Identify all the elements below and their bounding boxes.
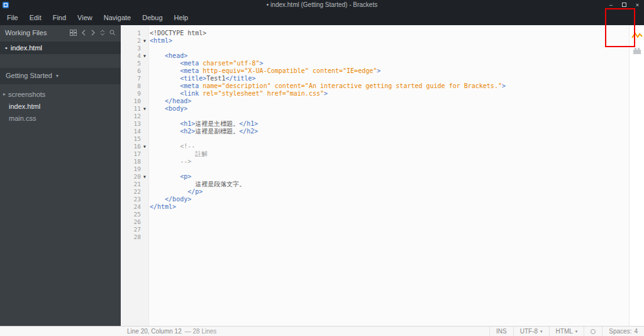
back-arrow-icon[interactable] [81,30,86,36]
line-number: 22 [121,188,141,196]
code-line[interactable]: 9 <link rel="stylesheet" href="main.css"… [121,90,629,98]
indent-settings[interactable]: Spaces: 4 [602,327,644,336]
code-line[interactable]: 23 </body> [121,196,629,203]
menu-edit[interactable]: Edit [24,9,47,25]
encoding-selector[interactable]: UTF-8 ▾ [513,327,549,336]
code-line[interactable]: 6 <meta http-equiv="X-UA-Compatible" con… [121,67,629,75]
code-line[interactable]: 27 [121,226,629,233]
fold-gutter [141,60,148,67]
code-token: <meta [150,67,199,74]
code-token: <html> [150,37,172,44]
line-number: 17 [121,150,141,158]
live-preview-button[interactable] [631,31,643,40]
window-title: • index.html (Getting Started) - Bracket… [0,0,644,9]
extension-manager-button[interactable] [633,47,641,55]
line-number: 25 [121,211,141,218]
code-line[interactable]: 21 這裡是段落文字。 [121,181,629,188]
code-line[interactable]: 13 <h1>這裡是主標題。</h1> [121,120,629,128]
code-token: 這裡是副標題。 [195,128,239,135]
code-line[interactable]: 28 [121,233,629,241]
code-line[interactable]: 24</html> [121,203,629,211]
code-line[interactable]: 15 [121,135,629,143]
code-line[interactable]: 11▼ <body> [121,105,629,113]
code-line[interactable]: 8 <meta name="description" content="An i… [121,82,629,90]
code-line[interactable]: 26 [121,218,629,226]
code-line[interactable]: 17 註解 [121,150,629,158]
line-number: 21 [121,181,141,188]
sidebar-spacer [0,54,121,68]
spaces-value[interactable]: 4 [634,328,638,335]
line-number: 2 [121,37,141,45]
fold-gutter [141,135,148,143]
line-number: 4 [121,52,141,60]
code-line[interactable]: 12 [121,113,629,120]
fold-arrow-icon[interactable]: ▼ [141,173,148,181]
fold-arrow-icon[interactable]: ▼ [141,37,148,45]
sort-icon[interactable] [100,30,105,36]
insert-mode-toggle[interactable]: INS [489,327,513,336]
code-line[interactable]: 10 </head> [121,98,629,105]
code-token: <body> [150,105,187,112]
language-selector[interactable]: HTML ▾ [549,327,584,336]
line-number: 5 [121,60,141,67]
forward-arrow-icon[interactable] [91,30,96,36]
menu-debug[interactable]: Debug [136,9,168,25]
menu-file[interactable]: File [1,9,24,25]
code-token: <title> [150,75,206,82]
code-line[interactable]: 14 <h2>這裡是副標題。</h2> [121,128,629,135]
fold-gutter [141,218,148,226]
code-line[interactable]: 19 [121,165,629,173]
code-line[interactable]: 1<!DOCTYPE html> [121,30,629,37]
line-number: 3 [121,45,141,52]
code-line[interactable]: 20▼ <p> [121,173,629,181]
tree-folder-screenshots[interactable]: ▸screenshots [0,88,121,100]
line-number: 18 [121,158,141,165]
menu-find[interactable]: Find [47,9,72,25]
code-token: <meta [150,82,199,89]
project-dropdown[interactable]: Getting Started ▾ [0,68,121,83]
code-token: </title> [225,75,255,82]
working-file-item[interactable]: •index.html [0,42,121,54]
code-line[interactable]: 18 --> [121,158,629,165]
code-line[interactable]: 22 </p> [121,188,629,196]
code-token: rel="stylesheet" href="main.css" [199,90,324,97]
lint-status[interactable] [584,327,602,336]
folder-arrow-icon: ▸ [3,91,6,97]
menu-help[interactable]: Help [169,9,194,25]
code-token: 註解 [150,150,208,157]
code-line[interactable]: 4▼ <head> [121,52,629,60]
code-line[interactable]: 5 <meta charset="utf-8"> [121,60,629,67]
fold-gutter [141,120,148,128]
fold-gutter [141,196,148,203]
close-button[interactable]: × [631,0,644,9]
line-number: 12 [121,113,141,120]
code-token: > [324,90,328,97]
chevron-down-icon: ▾ [540,329,543,334]
code-token: </h2> [239,128,258,135]
code-line[interactable]: 2▼<html> [121,37,629,45]
restore-button[interactable] [618,0,631,9]
minimize-button[interactable]: – [604,0,618,9]
code-line[interactable]: 7 <title>Test1</title> [121,75,629,82]
line-number: 23 [121,196,141,203]
code-line[interactable]: 25 [121,211,629,218]
fold-arrow-icon[interactable]: ▼ [141,52,148,60]
tree-file-index.html[interactable]: index.html [0,100,121,112]
code-token: <meta [150,60,199,67]
search-icon[interactable] [109,30,116,36]
fold-arrow-icon[interactable]: ▼ [141,143,148,150]
menu-navigate[interactable]: Navigate [98,9,136,25]
tree-file-main.css[interactable]: main.css [0,112,121,124]
line-number: 10 [121,98,141,105]
menu-view[interactable]: View [72,9,98,25]
code-editor[interactable]: 1<!DOCTYPE html>2▼<html>34▼ <head>5 <met… [121,25,629,326]
brackets-window: • index.html (Getting Started) - Bracket… [0,0,644,336]
code-line[interactable]: 16▼ <!-- [121,143,629,150]
line-number: 15 [121,135,141,143]
working-files-list: •index.html [0,42,121,54]
restore-icon [622,3,626,7]
fold-arrow-icon[interactable]: ▼ [141,105,148,113]
code-line[interactable]: 3 [121,45,629,52]
code-token: <!DOCTYPE html> [150,30,206,36]
split-view-icon[interactable] [70,30,77,36]
